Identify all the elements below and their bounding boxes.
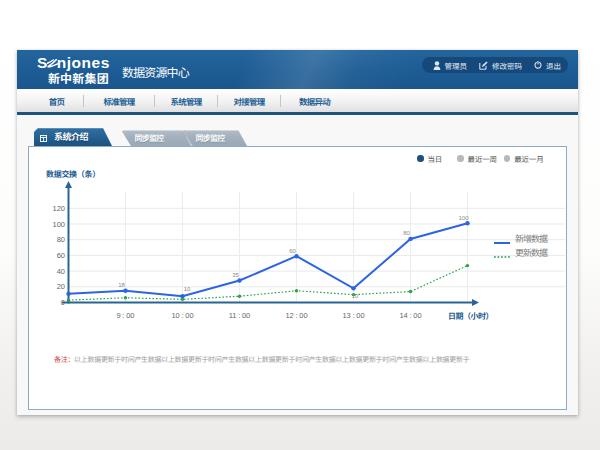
y-tick-label: 20 [57,280,65,291]
logo-chinese-name: 新中新集团 [47,72,110,84]
point-label: 10 [184,284,191,293]
data-point[interactable] [351,286,355,290]
data-point[interactable] [181,298,184,301]
desktop-background: Snjones 新中新集团 数据资源中心 管理员 修改密码 退出 [0,0,600,450]
edit-icon [479,61,488,70]
tab-sync-monitor-2[interactable]: 同步监控 [184,130,247,147]
tab-label: 同步监控 [119,130,179,147]
tab-sync-monitor-1[interactable]: 同步监控 [122,130,191,147]
x-tick-label: 13 : 00 [342,309,364,320]
x-tick-label: 11 : 00 [229,309,251,320]
company-logo[interactable]: Snjones 新中新集团 [37,55,110,84]
tab-system-intro[interactable]: 系统介绍 [34,128,112,146]
legend-label: 新增数据 [515,232,547,245]
y-axis-arrow [65,181,72,188]
point-label: 60 [289,246,296,255]
data-point[interactable] [124,296,127,299]
point-label: 35 [232,270,239,279]
y-tick-label: 80 [57,233,65,244]
nav-item-integration[interactable]: 对接管理 [218,95,280,107]
user-toolbar: 管理员 修改密码 退出 [422,57,569,73]
power-icon [534,61,542,69]
point-label: 100 [458,213,469,222]
x-axis-arrow [472,299,479,306]
nav-item-standards[interactable]: 标准管理 [84,95,154,107]
nav-item-data-change[interactable]: 数据异动 [281,95,348,107]
data-point[interactable] [67,298,70,301]
nav-item-home[interactable]: 首页 [17,95,83,107]
line-chart: 0204060801001209 : 0010 : 0011 : 0012 : … [29,147,566,409]
content-panel: 当日 最近一周 最近一月 数据交换（条） 0204060801001209 : … [28,146,567,410]
logo-wordmark: Snjones [37,55,110,70]
change-password-label: 修改密码 [492,60,522,71]
app-title: 数据资源中心 [122,63,189,80]
tab-doc-icon [40,132,47,145]
app-header: Snjones 新中新集团 数据资源中心 管理员 修改密码 退出 [17,50,578,89]
y-tick-label: 0 [61,296,65,307]
logout-label: 退出 [546,60,561,71]
x-tick-label: 9 : 00 [117,309,135,320]
data-point[interactable] [66,292,70,296]
main-nav: 首页 标准管理 系统管理 对接管理 数据异动 [17,89,578,115]
data-point[interactable] [295,289,298,292]
chart-legend: 新增数据 更新数据 [494,231,547,259]
user-name: 管理员 [445,60,468,71]
legend-update-data: 更新数据 [494,245,547,259]
tab-bar: 系统介绍 同步监控 同步监控 [34,128,294,146]
x-tick-label: 14 : 00 [399,309,421,320]
x-tick-label: 10 : 00 [171,309,193,320]
legend-swatch-update [494,240,510,264]
data-point[interactable] [466,264,469,267]
x-tick-label: 12 : 00 [285,309,307,320]
nav-item-system[interactable]: 系统管理 [155,95,217,107]
user-menu[interactable]: 管理员 [427,60,474,71]
y-tick-label: 40 [57,265,65,276]
y-tick-label: 120 [52,202,65,213]
data-point[interactable] [409,290,412,293]
data-point[interactable] [238,295,241,298]
user-icon [433,61,441,70]
change-password-button[interactable]: 修改密码 [473,60,528,71]
point-label: 18 [118,280,125,289]
tab-label: 系统介绍 [48,128,94,146]
logout-button[interactable]: 退出 [528,60,563,71]
point-label: 10 [352,291,359,300]
app-window: Snjones 新中新集团 数据资源中心 管理员 修改密码 退出 [17,50,578,415]
y-tick-label: 100 [52,218,65,229]
x-axis-title: 日期（小时） [448,310,493,321]
footnote-prefix: 备注 [54,354,67,364]
point-label: 80 [403,228,410,237]
footnote-text: 以上数据更新于时间产生数据以上数据更新于时间产生数据以上数据更新于时间产生数据以… [74,354,469,364]
legend-label: 更新数据 [515,246,547,259]
y-tick-label: 60 [57,249,65,260]
footnote: 备注：以上数据更新于时间产生数据以上数据更新于时间产生数据以上数据更新于时间产生… [54,354,469,364]
